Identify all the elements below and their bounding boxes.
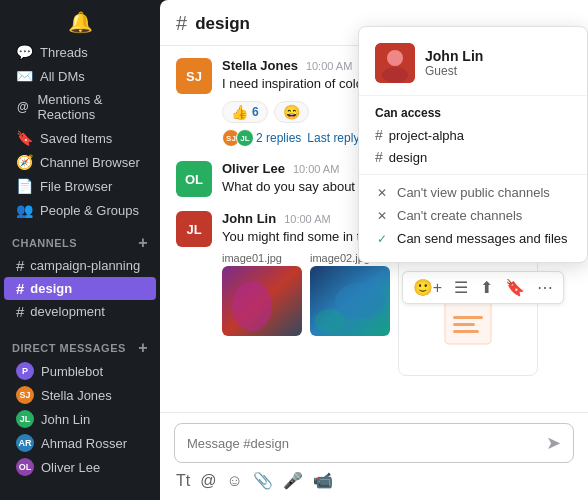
avatar: JL [16, 410, 34, 428]
sidebar-channel-design[interactable]: # design [4, 277, 156, 300]
avatar: OL [176, 161, 212, 197]
edit-icon[interactable]: ☰ [450, 276, 472, 299]
send-button[interactable]: ➤ [546, 432, 561, 454]
more-icon[interactable]: ⋯ [533, 276, 557, 299]
avatar: SJ [16, 386, 34, 404]
bell-icon[interactable]: 🔔 [68, 10, 93, 34]
svg-rect-8 [453, 330, 479, 333]
dms-icon: ✉️ [16, 68, 32, 84]
popup-divider [359, 174, 587, 175]
avatar: OL [16, 458, 34, 476]
channels-section-header: CHANNELS + [0, 226, 160, 254]
dm-ahmad-rosser[interactable]: AR Ahmad Rosser [4, 431, 156, 455]
message-time: 10:00 AM [284, 213, 330, 225]
popup-user-role: Guest [425, 64, 483, 78]
svg-point-11 [382, 67, 408, 83]
popup-user-header: John Lin Guest [359, 39, 587, 96]
at-icon[interactable]: @ [200, 472, 216, 490]
hash-icon: # [375, 127, 383, 143]
svg-point-3 [335, 283, 385, 319]
video-icon[interactable]: 📹 [313, 471, 333, 490]
image-preview: image02.jpg [310, 252, 390, 376]
sidebar-item-mentions[interactable]: @ Mentions & Reactions [4, 88, 156, 126]
avatar: SJ [176, 58, 212, 94]
message-author: Stella Jones [222, 58, 298, 73]
sidebar-item-saved[interactable]: 🔖 Saved Items [4, 126, 156, 150]
dm-section-header: DIRECT MESSAGES + [0, 331, 160, 359]
dm-john-lin[interactable]: JL John Lin [4, 407, 156, 431]
bookmark-icon[interactable]: 🔖 [501, 276, 529, 299]
sidebar-item-threads[interactable]: 💬 Threads [4, 40, 156, 64]
sidebar-header: 🔔 [0, 0, 160, 40]
main-content: # design SJ Stella Jones 10:00 AM I need… [160, 0, 588, 500]
message-time: 10:00 AM [293, 163, 339, 175]
share-icon[interactable]: ⬆ [476, 276, 497, 299]
hash-icon: # [16, 280, 24, 297]
avatar: AR [16, 434, 34, 452]
message-input-box: ➤ [174, 423, 574, 463]
sidebar-channel-campaign-planning[interactable]: # campaign-planning [4, 254, 156, 277]
svg-rect-7 [453, 323, 475, 326]
deny-icon: ✕ [375, 186, 389, 200]
dm-stella-jones[interactable]: SJ Stella Jones [4, 383, 156, 407]
dm-pumblebot[interactable]: P Pumblebot [4, 359, 156, 383]
format-icon[interactable]: Tt [176, 472, 190, 490]
sidebar-channel-development[interactable]: # development [4, 300, 156, 323]
action-icons-row: 🙂+ ☰ ⬆ 🔖 ⋯ [402, 271, 564, 304]
reply-avatars: SJ JL [222, 129, 250, 147]
sidebar-item-file-browser[interactable]: 📄 File Browser [4, 174, 156, 198]
sidebar-item-all-dms[interactable]: ✉️ All DMs [4, 64, 156, 88]
avatar: P [16, 362, 34, 380]
dm-section: DIRECT MESSAGES + P Pumblebot SJ Stella … [0, 327, 160, 479]
image-thumbnail [222, 266, 302, 336]
emoji-icon[interactable]: ☺ [226, 472, 242, 490]
reaction-smile[interactable]: 😄 [274, 101, 309, 123]
svg-point-10 [387, 50, 403, 66]
popup-perm-can-send: ✓ Can send messages and files [359, 227, 587, 250]
reply-avatar: JL [236, 129, 254, 147]
svg-point-4 [315, 309, 345, 333]
sidebar: 🔔 💬 Threads ✉️ All DMs @ Mentions & Reac… [0, 0, 160, 500]
channel-hash-icon: # [176, 12, 187, 35]
sidebar-item-channel-browser[interactable]: 🧭 Channel Browser [4, 150, 156, 174]
attachment-icon[interactable]: 📎 [253, 471, 273, 490]
avatar: JL [176, 211, 212, 247]
add-channel-icon[interactable]: + [138, 234, 148, 252]
message-input[interactable] [187, 436, 538, 451]
popup-user-name: John Lin [425, 48, 483, 64]
allow-icon: ✓ [375, 232, 389, 246]
mic-icon[interactable]: 🎤 [283, 471, 303, 490]
deny-icon: ✕ [375, 209, 389, 223]
popup-channel-item[interactable]: # project-alpha [359, 124, 587, 146]
image-thumbnail [310, 266, 390, 336]
saved-icon: 🔖 [16, 130, 32, 146]
popup-perm-cant-view: ✕ Can't view public channels [359, 181, 587, 204]
svg-rect-6 [453, 316, 483, 319]
popup-user-info: John Lin Guest [425, 48, 483, 78]
reaction-thumbsup[interactable]: 👍 6 [222, 101, 268, 123]
hash-icon: # [16, 257, 24, 274]
popup-can-access-title: Can access [359, 96, 587, 124]
add-reaction-icon[interactable]: 🙂+ [409, 276, 446, 299]
message-time: 10:00 AM [306, 60, 352, 72]
image-preview: image01.jpg [222, 252, 302, 376]
message-input-area: ➤ Tt @ ☺ 📎 🎤 📹 [160, 412, 588, 500]
message-author: John Lin [222, 211, 276, 226]
popup-avatar [375, 43, 415, 83]
mentions-icon: @ [16, 100, 29, 114]
channel-name: design [195, 14, 250, 34]
dm-oliver-lee[interactable]: OL Oliver Lee [4, 455, 156, 479]
hash-icon: # [16, 303, 24, 320]
svg-point-1 [232, 281, 272, 331]
popup-perm-cant-create: ✕ Can't create channels [359, 204, 587, 227]
people-groups-icon: 👥 [16, 202, 32, 218]
threads-icon: 💬 [16, 44, 32, 60]
sidebar-item-people-groups[interactable]: 👥 People & Groups [4, 198, 156, 222]
add-dm-icon[interactable]: + [138, 339, 148, 357]
file-browser-icon: 📄 [16, 178, 32, 194]
popup-channel-item[interactable]: # design [359, 146, 587, 168]
hash-icon: # [375, 149, 383, 165]
channel-browser-icon: 🧭 [16, 154, 32, 170]
user-popup: John Lin Guest Can access # project-alph… [358, 26, 588, 263]
input-toolbar: Tt @ ☺ 📎 🎤 📹 [174, 471, 574, 490]
